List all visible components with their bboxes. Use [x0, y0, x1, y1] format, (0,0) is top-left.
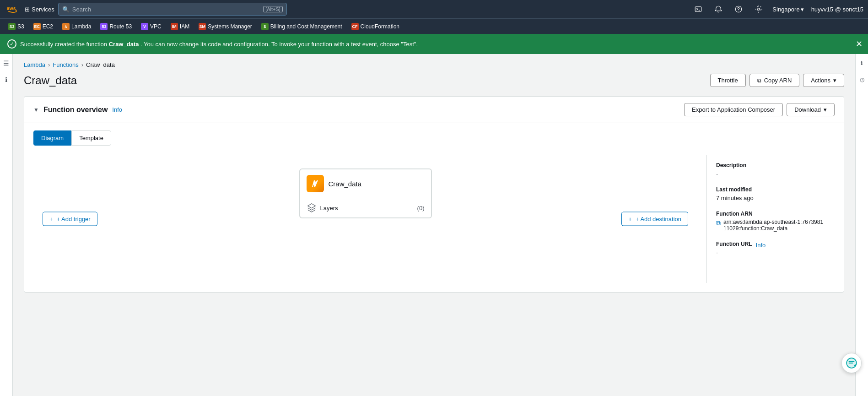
page-title: Craw_data — [24, 74, 77, 87]
left-rail: ☰ ℹ — [0, 54, 13, 396]
cloudshell-nav-icon[interactable] — [692, 3, 705, 16]
function-node-row[interactable]: Layers (0) — [300, 198, 431, 217]
chatbot-fab[interactable] — [841, 353, 862, 373]
card-header-left: ▼ Function overview Info — [33, 106, 122, 114]
settings-icon[interactable] — [752, 3, 765, 16]
service-ec2[interactable]: EC EC2 — [30, 22, 57, 32]
download-button[interactable]: Download ▾ — [787, 103, 835, 116]
services-label: Services — [32, 6, 54, 13]
card-title: Function overview — [43, 106, 108, 114]
s3-icon: S3 — [8, 23, 16, 30]
svg-rect-2 — [695, 7, 702, 12]
main-content: Lambda › Functions › Craw_data Craw_data… — [13, 54, 855, 396]
layers-icon — [307, 203, 317, 213]
tab-diagram[interactable]: Diagram — [33, 130, 71, 146]
card-header: ▼ Function overview Info Export to Appli… — [24, 97, 844, 123]
service-vpc[interactable]: V VPC — [137, 22, 165, 32]
help-icon[interactable] — [732, 3, 745, 16]
add-trigger-button[interactable]: + + Add trigger — [43, 212, 97, 226]
function-overview-card: ▼ Function overview Info Export to Appli… — [24, 96, 844, 293]
description-value: - — [716, 170, 825, 177]
export-to-composer-button[interactable]: Export to Application Composer — [684, 103, 783, 116]
service-cloudformation[interactable]: CF CloudFormation — [348, 22, 403, 32]
grid-icon: ⊞ — [25, 6, 30, 13]
arn-copy-icon[interactable]: ⧉ — [716, 219, 721, 227]
notifications-icon[interactable] — [712, 3, 725, 16]
service-lambda[interactable]: λ Lambda — [59, 22, 95, 32]
breadcrumb-lambda[interactable]: Lambda — [24, 61, 45, 68]
function-node-header: Craw_data — [300, 169, 431, 198]
actions-button[interactable]: Actions ▾ — [803, 74, 844, 87]
breadcrumb-sep-1: › — [48, 61, 50, 68]
diagram-canvas: + + Add trigger Craw_data — [33, 155, 697, 283]
lambda-function-icon — [307, 175, 324, 192]
banner-text: Successfully created the function Craw_d… — [20, 41, 418, 48]
plus-icon: + — [49, 216, 53, 222]
billing-icon: $ — [261, 23, 269, 30]
right-dock-info-btn[interactable]: ℹ — [857, 58, 868, 69]
svg-point-5 — [739, 11, 739, 11]
nav-right: Singapore ▾ huyvv15 @ sonct15 — [692, 3, 863, 16]
throttle-button[interactable]: Throttle — [710, 74, 746, 87]
function-url-section: Function URL Info - — [716, 241, 825, 256]
search-input[interactable] — [72, 6, 260, 13]
right-dock-clock-btn[interactable]: ◷ — [857, 74, 868, 85]
sidebar-info-btn[interactable]: ℹ — [1, 74, 12, 85]
banner-close-btn[interactable]: ✕ — [856, 40, 863, 48]
add-destination-button[interactable]: + + Add destination — [621, 212, 688, 226]
layers-label: Layers — [307, 203, 338, 213]
page-header: Craw_data Throttle ⧉ Copy ARN Actions ▾ — [24, 74, 844, 87]
arn-box: ⧉ arn:aws:lambda:ap-southeast-1:76739811… — [716, 219, 825, 232]
route53-icon: 53 — [100, 23, 108, 30]
tab-template[interactable]: Template — [71, 130, 111, 146]
arn-value: arn:aws:lambda:ap-southeast-1:7673981110… — [723, 219, 825, 232]
service-route53[interactable]: 53 Route 53 — [97, 22, 135, 32]
function-arn-label: Function ARN — [716, 211, 825, 217]
dest-plus-icon: + — [628, 216, 632, 222]
function-node-name: Craw_data — [329, 180, 362, 188]
download-chevron-icon: ▾ — [824, 106, 827, 113]
header-actions: Throttle ⧉ Copy ARN Actions ▾ — [710, 74, 844, 87]
function-url-row: Function URL Info — [716, 241, 825, 249]
function-url-value: - — [716, 249, 825, 256]
breadcrumb-current: Craw_data — [86, 61, 115, 68]
success-icon: ✓ — [7, 39, 16, 49]
region-selector[interactable]: Singapore ▾ — [772, 6, 803, 13]
iam-icon: IM — [171, 23, 178, 30]
top-nav: aws ⊞ Services 🔍 [Alt+S] Singapore ▾ huy… — [0, 0, 868, 18]
function-url-info-link[interactable]: Info — [756, 242, 766, 249]
search-icon: 🔍 — [62, 6, 70, 13]
section-info-link[interactable]: Info — [112, 106, 122, 113]
breadcrumb: Lambda › Functions › Craw_data — [24, 61, 844, 68]
service-s3[interactable]: S3 S3 — [5, 22, 28, 32]
copy-arn-button[interactable]: ⧉ Copy ARN — [749, 74, 800, 87]
function-url-label: Function URL — [716, 241, 752, 247]
collapse-icon[interactable]: ▼ — [33, 107, 39, 113]
aws-logo: aws — [5, 2, 19, 16]
search-shortcut: [Alt+S] — [263, 6, 283, 12]
service-systems-manager[interactable]: SM Systems Manager — [195, 22, 256, 32]
function-node: Craw_data — [299, 168, 432, 218]
right-dock: ℹ ◷ — [855, 54, 868, 396]
diagram-area: + + Add trigger Craw_data — [24, 146, 844, 292]
last-modified-label: Last modified — [716, 186, 825, 193]
breadcrumb-functions[interactable]: Functions — [53, 61, 78, 68]
function-arn-section: Function ARN ⧉ arn:aws:lambda:ap-southea… — [716, 211, 825, 232]
description-section: Description - — [716, 162, 825, 177]
card-header-right: Export to Application Composer Download … — [684, 103, 835, 116]
svg-text:aws: aws — [7, 6, 16, 11]
breadcrumb-sep-2: › — [81, 61, 83, 68]
service-iam[interactable]: IM IAM — [167, 22, 193, 32]
apps-menu-btn[interactable]: ⊞ Services — [25, 6, 54, 13]
user-menu[interactable]: huyvv15 @ sonct15 — [811, 6, 863, 13]
vpc-icon: V — [141, 23, 148, 30]
chevron-down-icon: ▾ — [833, 77, 836, 84]
description-label: Description — [716, 162, 825, 168]
service-billing[interactable]: $ Billing and Cost Management — [258, 22, 346, 32]
search-bar: 🔍 [Alt+S] — [58, 3, 287, 16]
last-modified-section: Last modified 7 minutes ago — [716, 186, 825, 201]
ec2-icon: EC — [33, 23, 41, 30]
layers-count: (0) — [417, 205, 425, 212]
sidebar-toggle-btn[interactable]: ☰ — [1, 58, 12, 69]
sm-icon: SM — [199, 23, 206, 30]
